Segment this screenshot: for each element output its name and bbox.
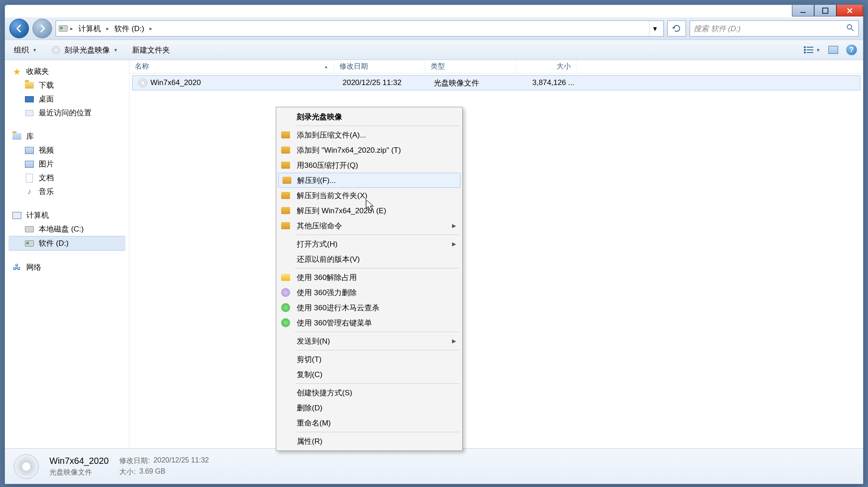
address-bar[interactable]: ▸ 计算机 ▸ 软件 (D:) ▸ ▾ (56, 20, 664, 37)
burn-image-button[interactable]: 刻录光盘映像▼ (48, 43, 121, 57)
svg-rect-7 (804, 52, 806, 53)
disc-icon (51, 45, 61, 54)
context-menu: 刻录光盘映像 添加到压缩文件(A)... 添加到 "Win7x64_2020.z… (276, 107, 463, 451)
sidebar-item-pictures[interactable]: 图片 (5, 157, 129, 171)
ctx-create-shortcut[interactable]: 创建快捷方式(S) (277, 385, 461, 400)
details-date: 2020/12/25 11:32 (153, 456, 209, 466)
network-icon: 🖧 (12, 263, 22, 272)
sidebar-libraries[interactable]: 库 (5, 130, 129, 143)
column-size[interactable]: 大小 (517, 60, 577, 73)
sidebar-favorites[interactable]: ★收藏夹 (5, 65, 129, 78)
chevron-down-icon: ▼ (32, 48, 37, 53)
ctx-extract-named[interactable]: 解压到 Win7x64_2020\ (E) (277, 203, 461, 218)
forward-button[interactable] (32, 19, 52, 38)
chevron-right-icon: ▸ (149, 25, 152, 32)
ctx-burn-disc-image[interactable]: 刻录光盘映像 (277, 109, 461, 124)
sidebar-item-drive-c[interactable]: 本地磁盘 (C:) (5, 222, 129, 236)
ctx-360-manage-menu[interactable]: 使用 360管理右键菜单 (277, 315, 461, 330)
refresh-button[interactable] (667, 20, 686, 37)
maximize-button[interactable] (814, 5, 836, 16)
zip-icon (281, 206, 291, 215)
ctx-send-to[interactable]: 发送到(N)▶ (277, 333, 461, 349)
file-list-pane: 名称▲ 修改日期 类型 大小 Win7x64_2020 2020/12/25 1… (129, 60, 863, 448)
ctx-other-zip[interactable]: 其他压缩命令▶ (277, 218, 461, 233)
sidebar-item-drive-d[interactable]: 软件 (D:) (8, 236, 125, 251)
close-button[interactable] (836, 5, 863, 16)
view-mode-button[interactable]: ▼ (803, 45, 820, 54)
organize-button[interactable]: 组织▼ (11, 43, 40, 57)
svg-rect-6 (807, 49, 813, 50)
zip-icon (281, 191, 291, 200)
sidebar-item-recent[interactable]: 最近访问的位置 (5, 106, 129, 120)
chevron-down-icon: ▼ (113, 48, 118, 53)
disc-image-icon (14, 454, 39, 479)
ctx-360-scan[interactable]: 使用 360进行木马云查杀 (277, 300, 461, 315)
sidebar-item-desktop[interactable]: 桌面 (5, 92, 129, 106)
sidebar-item-documents[interactable]: 文档 (5, 171, 129, 185)
submenu-arrow-icon: ▶ (452, 223, 456, 229)
new-folder-button[interactable]: 新建文件夹 (129, 43, 173, 57)
sidebar-computer[interactable]: 计算机 (5, 208, 129, 222)
sidebar-network[interactable]: 🖧网络 (5, 260, 129, 274)
breadcrumb-computer[interactable]: 计算机 (76, 21, 104, 36)
picture-icon (24, 160, 34, 169)
details-size-label: 大小: (119, 467, 135, 477)
ctx-360-force-delete[interactable]: 使用 360强力删除 (277, 285, 461, 300)
ctx-restore-previous[interactable]: 还原以前的版本(V) (277, 252, 461, 267)
ctx-add-to-zip[interactable]: 添加到 "Win7x64_2020.zip" (T) (277, 142, 461, 158)
disc-image-icon (138, 78, 148, 87)
submenu-arrow-icon: ▶ (452, 338, 456, 344)
submenu-arrow-icon: ▶ (452, 241, 456, 247)
zip-icon (282, 175, 292, 185)
svg-rect-1 (823, 8, 828, 13)
ctx-delete[interactable]: 删除(D) (277, 400, 461, 415)
sidebar-item-videos[interactable]: 视频 (5, 143, 129, 157)
file-size: 3,874,126 ... (520, 76, 580, 90)
breadcrumb-drive-d[interactable]: 软件 (D:) (112, 21, 147, 36)
file-name: Win7x64_2020 (150, 78, 201, 87)
ctx-open-with[interactable]: 打开方式(H)▶ (277, 236, 461, 252)
minimize-button[interactable] (792, 5, 814, 16)
star-icon: ★ (12, 67, 22, 76)
column-date[interactable]: 修改日期 (334, 60, 425, 73)
360-icon (281, 272, 291, 282)
list-icon (803, 45, 814, 54)
preview-pane-button[interactable] (828, 46, 838, 54)
column-type[interactable]: 类型 (425, 60, 517, 73)
drive-icon (24, 239, 34, 248)
column-name[interactable]: 名称▲ (129, 60, 334, 73)
360-icon (281, 303, 291, 312)
ctx-extract-here[interactable]: 解压到当前文件夹(X) (277, 188, 461, 203)
svg-rect-3 (804, 46, 806, 48)
zip-icon (281, 160, 291, 170)
recent-icon (24, 109, 34, 118)
back-button[interactable] (9, 19, 29, 38)
ctx-extract-to[interactable]: 解压到(F)... (278, 173, 460, 188)
ctx-add-to-archive[interactable]: 添加到压缩文件(A)... (277, 127, 461, 142)
address-dropdown[interactable]: ▾ (649, 21, 661, 36)
ctx-cut[interactable]: 剪切(T) (277, 352, 461, 367)
svg-rect-8 (807, 52, 813, 53)
svg-point-2 (847, 24, 852, 29)
search-placeholder: 搜索 软件 (D:) (694, 24, 741, 34)
nav-bar: ▸ 计算机 ▸ 软件 (D:) ▸ ▾ 搜索 软件 (D:) (5, 17, 863, 40)
search-icon (846, 23, 855, 34)
360-icon (281, 288, 291, 297)
ctx-properties[interactable]: 属性(R) (277, 434, 461, 449)
details-date-label: 修改日期: (119, 456, 149, 466)
details-pane: Win7x64_2020 光盘映像文件 修改日期:2020/12/25 11:3… (5, 448, 863, 484)
svg-rect-5 (804, 49, 806, 51)
library-icon (12, 132, 22, 141)
sidebar-item-downloads[interactable]: 下载 (5, 78, 129, 92)
ctx-copy[interactable]: 复制(C) (277, 367, 461, 382)
music-icon: ♪ (24, 187, 34, 196)
sidebar-item-music[interactable]: ♪音乐 (5, 185, 129, 199)
computer-icon (12, 211, 22, 220)
details-size: 3.69 GB (139, 467, 166, 477)
ctx-360-unlock[interactable]: 使用 360解除占用 (277, 270, 461, 285)
ctx-rename[interactable]: 重命名(M) (277, 415, 461, 430)
file-row[interactable]: Win7x64_2020 2020/12/25 11:32 光盘映像文件 3,8… (132, 75, 860, 90)
help-button[interactable]: ? (846, 45, 857, 55)
search-input[interactable]: 搜索 软件 (D:) (690, 20, 859, 37)
ctx-open-360zip[interactable]: 用360压缩打开(Q) (277, 158, 461, 173)
